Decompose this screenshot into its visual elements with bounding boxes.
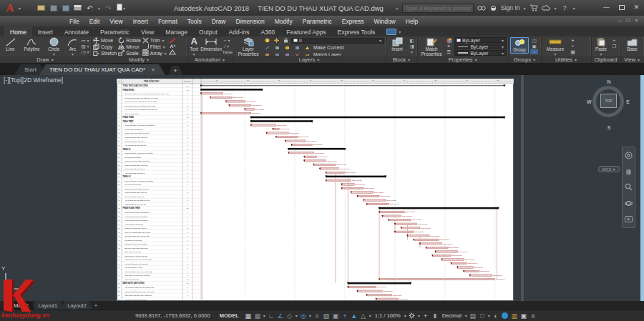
viewcube-top-face[interactable]: TOP (600, 94, 617, 108)
model-paper-toggle[interactable]: MODEL (215, 312, 243, 319)
help-icon[interactable]: ? (560, 4, 570, 13)
isodraft-caret-icon[interactable]: ▾ (296, 313, 298, 318)
color-wheel-icon[interactable] (445, 38, 453, 43)
new-file-icon[interactable] (24, 4, 34, 12)
group-button[interactable]: Group (510, 37, 529, 54)
snap-caret-icon[interactable]: ▾ (263, 313, 265, 318)
new-drawing-tab-button[interactable]: + (168, 66, 182, 75)
orbit-icon[interactable] (624, 199, 633, 208)
panel-label-annotation[interactable]: Annotation▾ (187, 56, 233, 63)
hatch-tool-icon[interactable]: ▨▾ (82, 44, 89, 49)
menu-dimension[interactable]: Dimension (231, 18, 270, 25)
move-button[interactable]: Move (93, 37, 117, 44)
sign-in-button[interactable]: Sign In (501, 4, 519, 11)
tab-annotate[interactable]: Annotate (59, 26, 94, 36)
layer-on-bulb-icon[interactable] (263, 38, 271, 43)
dynamic-input-icon[interactable]: + (341, 311, 349, 320)
layer-properties-button[interactable]: Layer Properties (235, 37, 262, 56)
panel-label-groups[interactable]: Groups▾ (509, 56, 541, 63)
panel-label-draw[interactable]: Draw▾ (0, 56, 91, 63)
units-caret-icon[interactable]: ▾ (465, 313, 467, 318)
search-icon[interactable] (477, 4, 486, 13)
erase-icon[interactable] (169, 38, 177, 43)
save-icon[interactable] (49, 4, 58, 12)
open-file-icon[interactable] (36, 4, 46, 12)
doc-restore-button[interactable]: □ (626, 17, 630, 24)
doc-close-button[interactable]: × (635, 17, 638, 24)
app-store-cart-icon[interactable] (530, 4, 539, 13)
selection-cycling-icon[interactable]: ▣ (331, 311, 340, 320)
tab-manage[interactable]: Manage (160, 26, 193, 36)
layer-lock-icon[interactable] (282, 38, 290, 43)
tab-featured-apps[interactable]: Featured Apps (280, 26, 331, 36)
panel-label-modify[interactable]: Modify▾ (92, 56, 187, 63)
tab-home[interactable]: Home (4, 26, 32, 36)
polyline-button[interactable]: Polyline (21, 37, 43, 52)
menu-express[interactable]: Express (337, 18, 369, 25)
object-snap-icon[interactable]: ◎ (299, 311, 308, 320)
menu-tools[interactable]: Tools (182, 18, 207, 25)
undo-icon[interactable]: ↶ (85, 4, 94, 12)
edit-block-icon[interactable]: ◧ (408, 38, 416, 43)
autoscale-caret-icon[interactable]: ▾ (369, 313, 371, 318)
search-expander-icon[interactable]: ▸ (396, 6, 399, 11)
linetype-dropdown[interactable]: ByLayer ▾ (454, 44, 507, 49)
cut-icon[interactable]: ✂ (610, 38, 618, 43)
dim-style-tool-icon[interactable]: ∕▾ (223, 44, 231, 49)
tab-insert[interactable]: Insert (32, 26, 59, 36)
isolate-objects-icon[interactable]: ◐ (492, 311, 500, 320)
layer-select-dropdown[interactable]: 0 ▾ (291, 38, 384, 44)
customization-icon[interactable]: ≡ (529, 311, 537, 320)
fillet-button[interactable]: Fillet▾ (142, 44, 167, 50)
menu-insert[interactable]: Insert (128, 18, 153, 25)
viewport-controls-label[interactable]: [-][Top][2D Wireframe] (4, 76, 63, 84)
tab-output[interactable]: Output (193, 26, 223, 36)
dimension-button[interactable]: Dimension (200, 37, 222, 52)
pan-icon[interactable] (624, 167, 633, 176)
layout-tab-model[interactable]: Model (7, 301, 34, 310)
linetype-list-icon[interactable]: ☰ (445, 49, 453, 54)
annotation-visibility-icon[interactable]: ▲ (350, 311, 358, 320)
redo-icon[interactable]: ↷ (104, 4, 113, 12)
ribbon-options-caret-icon[interactable]: ▾ (399, 29, 401, 34)
define-attributes-icon[interactable]: ◨ (408, 44, 416, 49)
layer-freeze-tool-icon[interactable] (283, 45, 291, 50)
panel-label-clipboard[interactable]: Clipboard (592, 56, 620, 63)
osnap-caret-icon[interactable]: ▾ (309, 313, 311, 318)
a360-caret-icon[interactable]: ▾ (555, 6, 557, 11)
doc-minimize-button[interactable]: – (618, 17, 621, 24)
tab-a360[interactable]: A360 (255, 26, 280, 36)
tab-express-tools[interactable]: Express Tools (332, 26, 381, 36)
maximize-button[interactable] (615, 2, 628, 13)
help-caret-icon[interactable]: ▾ (573, 6, 575, 11)
steering-wheel-icon[interactable] (624, 151, 633, 160)
make-current-icon[interactable] (303, 45, 311, 50)
rectangle-tool-icon[interactable]: ▭▾ (82, 38, 89, 43)
annotation-scale-button[interactable]: 1:1 / 100% (373, 312, 403, 319)
workspace-switching-icon[interactable] (408, 311, 416, 320)
leader-tool-icon[interactable]: ⌐▾ (223, 38, 231, 43)
lineweight-display-icon[interactable]: ≡ (313, 311, 321, 320)
quick-calc-icon[interactable]: ▦ (569, 49, 577, 54)
hardware-acceleration-icon[interactable]: ▥ (510, 311, 519, 320)
snap-mode-icon[interactable]: ▦ (253, 311, 262, 320)
arc-button[interactable]: Arc▾ (65, 37, 80, 56)
panel-label-properties[interactable]: Properties▾ (418, 56, 508, 63)
ungroup-icon[interactable]: ◫ (530, 38, 538, 43)
quick-properties-icon[interactable]: ▤ (469, 311, 477, 320)
fillet-caret-icon[interactable]: ▾ (163, 44, 165, 49)
copy-button[interactable]: Copy (93, 44, 117, 50)
autocad-logo-icon[interactable]: A (2, 1, 18, 15)
tab-view[interactable]: View (135, 26, 160, 36)
menu-edit[interactable]: Edit (84, 18, 105, 25)
units-button[interactable]: Decimal (440, 312, 464, 319)
match-properties-button[interactable]: Match Properties (419, 37, 444, 56)
lineweight-dropdown[interactable]: ByLayer ▾ (454, 50, 507, 56)
layer-isolate-tool-icon[interactable] (273, 45, 281, 50)
layout-tab-layout2[interactable]: Layout2 (61, 301, 93, 310)
array-caret-icon[interactable]: ▾ (165, 51, 167, 56)
plot-icon[interactable] (73, 4, 82, 12)
lock-ui-caret-icon[interactable]: ▾ (488, 313, 490, 318)
menu-parametric[interactable]: Parametric (298, 18, 337, 25)
table-button[interactable]: Table (223, 49, 231, 54)
